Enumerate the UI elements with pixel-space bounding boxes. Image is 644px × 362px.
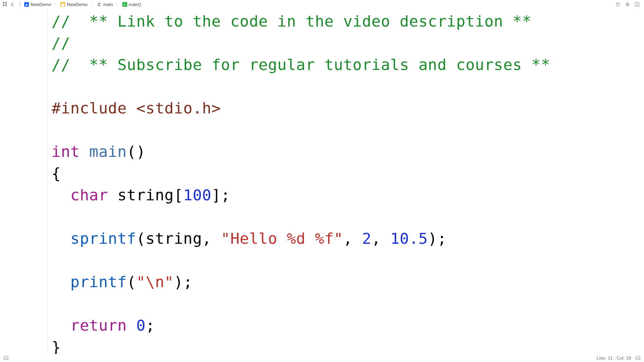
punct: ( [127,273,136,291]
c-file-icon: C [97,2,102,7]
status-col-label: Col: [617,356,625,360]
number-literal: 0 [136,317,145,334]
function-call: sprintf [70,230,136,247]
related-items-icon[interactable] [2,2,8,7]
breadcrumb-folder[interactable]: ▆ NewDemo [60,2,87,7]
line-number-gutter [0,9,47,354]
include-header: <stdio.h> [136,99,221,117]
folder-icon: ▆ [60,2,65,7]
parens: () [127,143,146,160]
brace: } [52,338,61,356]
code-editor[interactable]: // ** Link to the code in the video desc… [0,9,644,354]
breadcrumb-bar: ▲ NewDemo 〉 ▆ NewDemo 〉 C main 〉 ƒ main(… [0,0,644,9]
svg-rect-0 [3,2,4,4]
svg-rect-1 [5,2,7,4]
breadcrumb-label: NewDemo [67,2,87,7]
status-col-value: 19 [626,356,631,360]
breadcrumb-project[interactable]: ▲ NewDemo [24,2,51,7]
nav-forward-icon[interactable] [17,2,23,7]
svg-rect-3 [5,4,7,6]
breadcrumb-label: NewDemo [31,2,51,7]
function-icon: ƒ [122,2,127,7]
punct: ); [428,230,447,247]
identifier: string[ [108,186,183,204]
status-line-value: 11 [608,356,613,360]
chevron-right-icon: 〉 [90,2,95,8]
string-literal: "\n" [136,273,174,291]
list-icon[interactable] [625,2,630,7]
number-literal: 2 [362,230,372,247]
nav-back-icon[interactable] [10,2,15,7]
keyword: return [70,317,127,334]
preprocessor-keyword: #include [52,99,127,117]
breadcrumb-file[interactable]: C main [97,2,113,7]
xcode-project-icon: ▲ [24,2,29,7]
chevron-right-icon: 〉 [116,2,120,8]
comment-line: // [52,34,70,52]
status-bar: Line: 11 Col: 19 [0,354,644,362]
number-literal: 10.5 [390,230,428,247]
punct: , [343,230,362,247]
breadcrumb-label: main() [129,2,141,7]
comment-line: // ** Subscribe for regular tutorials an… [52,56,550,74]
punct: ; [146,317,155,334]
comment-line: // ** Link to the code in the video desc… [52,12,531,30]
breadcrumb-label: main [103,2,113,7]
function-call: printf [70,273,127,291]
punct: ]; [211,186,230,204]
svg-rect-6 [636,356,640,360]
breadcrumb-symbol[interactable]: ƒ main() [122,2,141,7]
add-editor-icon[interactable] [634,2,640,7]
toggle-bottom-panel-icon[interactable] [635,355,641,361]
function-name: main [89,143,127,160]
svg-rect-5 [4,356,8,360]
brace: { [52,165,61,182]
type-keyword: int [52,143,80,160]
punct: ); [174,273,193,291]
space [127,317,136,334]
chevron-right-icon: 〉 [54,2,58,8]
svg-rect-2 [3,4,4,6]
type-keyword: char [70,186,108,204]
punct: , [372,230,390,247]
punct: (string, [136,230,221,247]
toggle-bottom-panel-icon[interactable] [3,355,9,361]
refresh-icon[interactable] [615,2,621,7]
code-area[interactable]: // ** Link to the code in the video desc… [47,9,644,354]
status-line-label: Line: [597,356,606,360]
string-literal: "Hello %d %f" [221,230,343,247]
number-literal: 100 [183,186,211,204]
